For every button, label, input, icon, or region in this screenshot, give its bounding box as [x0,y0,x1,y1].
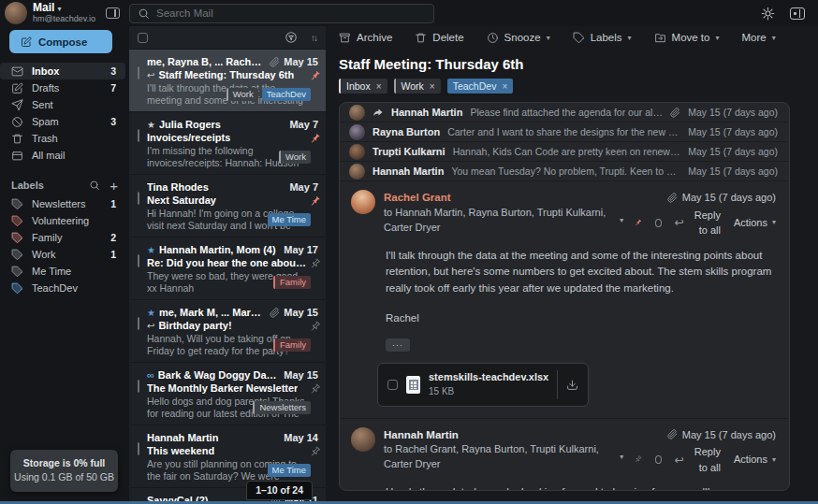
list-item[interactable]: Hannah Martin May 14 This weekend Are yo… [129,425,326,487]
sidebar-item-work[interactable]: Work 1 [0,246,125,263]
list-item[interactable]: Tina Rhodes May 7 Next Saturday Hi Hanna… [129,174,326,237]
message-date: May 15 (7 days ago) [682,427,776,443]
select-all-checkbox[interactable] [138,33,148,43]
list-item[interactable]: me, Rayna B, ... Rachel G (6) May 15 ↩St… [129,49,326,111]
reading-pane-layout-icon[interactable] [790,7,805,20]
read-status-icon[interactable] [655,455,662,464]
star-icon[interactable]: ★ [147,308,155,318]
label-name: Family [32,232,62,243]
pin-icon[interactable] [309,195,321,208]
folder-count: 3 [110,65,116,77]
recipients-toggle[interactable]: to Hannah Martin, Rayna Burton, Trupti K… [384,206,625,236]
show-more-button[interactable]: ··· [386,338,410,352]
label-chip[interactable]: Work [279,151,311,165]
attachment-checkbox[interactable] [387,380,398,390]
compose-button[interactable]: Compose [9,30,112,53]
delete-button[interactable]: Delete [415,32,463,44]
email-checkbox[interactable] [138,442,139,455]
sidebar-item-trash[interactable]: Trash [0,130,125,147]
label-chip[interactable]: TeachDev [262,88,311,102]
pin-icon[interactable] [309,70,321,82]
tag-icon [573,32,585,44]
email-checkbox[interactable] [138,129,139,142]
close-icon[interactable]: × [502,81,507,92]
list-item[interactable]: ∞ Bark & Wag Doggy Daycare May 15 The Mo… [129,362,326,425]
avatar [349,164,365,180]
sidebar-item-sent[interactable]: Sent [0,96,125,113]
label-chip[interactable]: Me Time [268,213,311,227]
label-chip[interactable]: Me Time [268,464,311,478]
more-button[interactable]: More▾ [741,32,775,43]
newsletter-icon: ∞ [147,369,154,381]
list-item[interactable]: ★ Julia Rogers May 7 Invoices/receipts I… [129,111,326,174]
sort-icon[interactable]: ↑↓ [311,33,316,43]
sidebar-item-drafts[interactable]: Drafts 7 [0,79,125,96]
avatar[interactable] [5,2,27,24]
attachment[interactable]: stemskills-teachdev.xlsx 15 KB [377,363,589,407]
pin-icon[interactable] [631,215,645,230]
label-chip[interactable]: Newsletters [253,401,311,415]
search-input[interactable] [156,7,426,19]
label-search-icon[interactable] [89,180,100,191]
collapsed-message[interactable]: Rayna Burton Carter and I want to share … [340,122,789,142]
sidebar-toggle-icon[interactable] [106,7,120,19]
message-body: Here's the updated agenda. Looking forwa… [386,484,776,491]
sidebar-item-teachdev[interactable]: TeachDev [0,280,125,296]
account-menu[interactable]: Mail ▾ hm@teachdev.io [0,2,129,24]
tag-work[interactable]: Work× [394,79,441,94]
read-status-icon[interactable] [655,219,662,227]
tag-inbox[interactable]: Inbox× [339,79,387,94]
pin-icon[interactable] [309,321,321,333]
all-mail-icon [11,150,23,162]
labels-button[interactable]: Labels▾ [573,32,632,44]
add-label-icon[interactable]: + [110,179,118,193]
pin-icon[interactable] [309,383,321,396]
recipients-toggle[interactable]: to Rachel Grant, Rayna Burton, Trupti Ku… [384,442,625,472]
search-bar[interactable] [129,4,434,23]
move-to-button[interactable]: Move to▾ [654,32,720,44]
list-item[interactable]: ★ Hannah Martin, Mom (4) May 17 Re: Did … [129,237,326,299]
star-icon[interactable]: ★ [147,120,155,130]
collapsed-message[interactable]: Hannah Martin You mean Tuesday? No probl… [340,162,789,181]
paperclip-icon [270,308,280,318]
email-checkbox[interactable] [138,254,139,267]
label-chip[interactable]: Family [273,276,311,290]
email-checkbox[interactable] [138,317,139,330]
reply-all-button[interactable]: ↩Reply to all [675,208,721,238]
pin-icon[interactable] [309,258,321,270]
label-chip[interactable]: Work [226,88,258,102]
clock-icon [487,32,499,44]
sidebar-item-spam[interactable]: Spam 3 [0,113,125,130]
pin-icon[interactable] [631,453,645,468]
star-icon[interactable]: ★ [147,245,155,255]
email-checkbox[interactable] [138,66,139,79]
label-chip[interactable]: Family [273,338,311,353]
snooze-button[interactable]: Snooze▾ [487,32,550,44]
sidebar-item-all-mail[interactable]: All mail [0,147,125,164]
email-checkbox[interactable] [138,380,139,393]
reply-all-button[interactable]: ↩Reply to all [675,444,721,475]
collapsed-message[interactable]: Trupti Kulkarni Hannah, Kids Can Code ar… [340,142,789,162]
list-item[interactable]: ★ me, Mark M, ... Mary G (8) May 15 ↩Bir… [129,299,326,362]
folder-label: Inbox [32,65,59,77]
actions-button[interactable]: Actions▾ [734,452,776,468]
download-icon[interactable] [566,379,578,391]
sidebar-item-volunteering[interactable]: Volunteering [0,212,125,229]
collapsed-message[interactable]: Hannah Martin Please find attached the a… [340,103,789,122]
pin-icon[interactable] [309,446,321,458]
pin-icon[interactable] [309,133,321,145]
compose-pencil-icon [21,36,32,48]
filter-icon[interactable] [285,31,298,44]
actions-button[interactable]: Actions▾ [734,215,776,231]
reading-pane: Archive Delete Snooze▾ Labels▾ Move to▾ … [326,26,818,501]
close-icon[interactable]: × [376,81,382,92]
sidebar-item-inbox[interactable]: Inbox 3 [0,63,125,79]
tag-teachdev[interactable]: TeachDev× [447,79,514,94]
archive-button[interactable]: Archive [339,32,392,44]
sidebar-item-me-time[interactable]: Me Time [0,263,125,280]
sidebar-item-newsletters[interactable]: Newsletters 1 [0,195,125,212]
gear-icon[interactable] [761,7,775,21]
sidebar-item-family[interactable]: Family 2 [0,229,125,246]
close-icon[interactable]: × [430,81,435,92]
email-checkbox[interactable] [138,192,139,205]
